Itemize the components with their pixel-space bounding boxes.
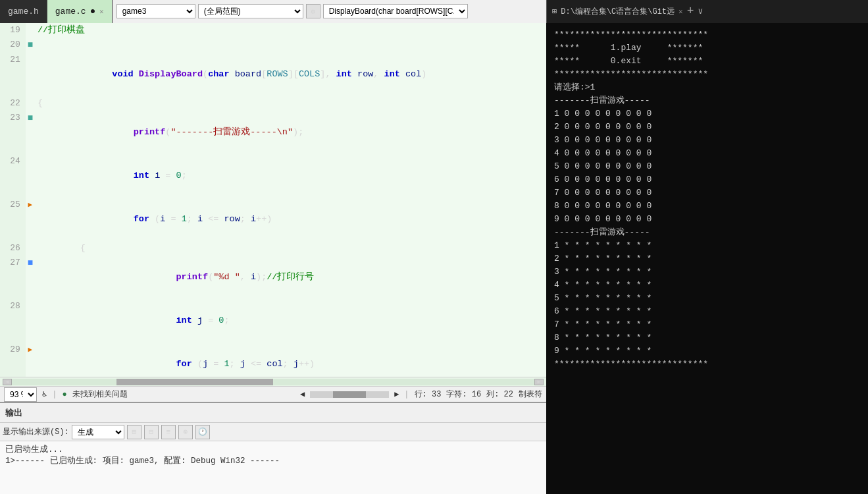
table-row: 22 {: [0, 96, 546, 111]
line-indicator: [26, 23, 35, 38]
table-row: 19 //打印棋盘: [0, 23, 546, 38]
content-wrapper: 19 //打印棋盘 20 ■ 21 vo: [0, 23, 868, 494]
line-indicator: ■: [26, 256, 35, 299]
output-line-1: 已启动生成...: [5, 444, 541, 455]
terminal-close-icon[interactable]: ✕: [678, 7, 683, 16]
status-sep: |: [52, 390, 57, 399]
line-num: 21: [0, 53, 26, 96]
line-indicator: [26, 299, 35, 343]
scroll-right-arrow[interactable]: ▶: [394, 389, 399, 399]
output-icon-btn1[interactable]: ⊞: [127, 425, 141, 439]
tab-game-c-label: game.c: [55, 7, 86, 16]
table-row: 23 ■ printf("-------扫雷游戏-----\n");: [0, 111, 546, 154]
table-row: 28 int j = 0;: [0, 299, 546, 343]
line-indicator: ▶: [26, 198, 35, 241]
scroll-area[interactable]: [12, 379, 534, 385]
scroll-left-btn[interactable]: ◀: [3, 379, 12, 385]
tab-bar: game.h game.c ● ✕ game3 (全局范围) ⚙ Display…: [0, 0, 868, 23]
no-issues-icon: ●: [62, 390, 66, 399]
table-row: 26 {: [0, 241, 546, 256]
line-code: for (i = 1; i <= row; i++): [35, 198, 546, 241]
line-num: 23: [0, 111, 26, 154]
table-row: 25 ▶ for (i = 1; i <= row; i++): [0, 198, 546, 241]
scope-select-left[interactable]: game3: [116, 4, 195, 18]
line-code: printf("%d ", i);//打印行号: [35, 256, 546, 299]
no-issues-text: 未找到相关问题: [72, 389, 128, 400]
char-info: 字符: 16: [446, 389, 481, 400]
line-num: 24: [0, 154, 26, 198]
table-row: 29 ▶ for (j = 1; j <= col; j++): [0, 343, 546, 377]
line-indicator: [26, 154, 35, 198]
tab-game-c-close[interactable]: ✕: [99, 7, 104, 16]
scroll-left-arrow[interactable]: ◀: [300, 389, 305, 399]
line-num: 19: [0, 23, 26, 38]
line-code: //打印棋盘: [35, 23, 546, 38]
line-code: [35, 38, 546, 53]
code-table: 19 //打印棋盘 20 ■ 21 vo: [0, 23, 546, 377]
output-icon-btn4[interactable]: ⊚: [178, 425, 193, 439]
line-indicator: [26, 96, 35, 111]
output-icon-btn3[interactable]: ≡: [161, 425, 176, 439]
line-num: 22: [0, 96, 26, 111]
editor-scrollbar[interactable]: ◀ ▶: [0, 377, 546, 386]
line-code: {: [35, 96, 546, 111]
line-num: 26: [0, 241, 26, 256]
terminal-chevron-icon[interactable]: ∨: [698, 6, 703, 16]
line-indicator: ■: [26, 38, 35, 53]
toolbar-icon-pin[interactable]: ⚙: [306, 4, 320, 18]
terminal-add-icon[interactable]: +: [687, 5, 694, 18]
table-row: 27 ■ printf("%d ", i);//打印行号: [0, 256, 546, 299]
output-icon-btn5[interactable]: 🕐: [195, 425, 210, 439]
tab-game-c-modified-icon: ●: [90, 6, 95, 16]
line-code: {: [35, 241, 546, 256]
line-indicator: ■: [26, 111, 35, 154]
scroll-handle[interactable]: [116, 379, 273, 385]
output-source-label: 显示输出来源(S):: [3, 426, 69, 437]
line-num: 25: [0, 198, 26, 241]
output-source-select[interactable]: 生成: [72, 425, 124, 439]
scope-select-right[interactable]: (全局范围): [198, 4, 303, 18]
output-panel: 输出 显示输出来源(S): 生成 ⊞ ⊟ ≡ ⊚ 🕐 已启动生成... 1>--…: [0, 402, 546, 494]
line-indicator: ▶: [26, 343, 35, 377]
output-content: 已启动生成... 1>------ 已启动生成: 项目: game3, 配置: …: [0, 441, 546, 494]
line-code: void DisplayBoard(char board[ROWS][COLS]…: [35, 53, 546, 96]
line-code: int j = 0;: [35, 299, 546, 343]
output-header: 输出: [0, 403, 546, 423]
table-row: 20 ■: [0, 38, 546, 53]
output-icon-btn2[interactable]: ⊟: [144, 425, 159, 439]
table-row: 24 int i = 0;: [0, 154, 546, 198]
tab-info: 制表符: [519, 389, 542, 400]
line-code: int i = 0;: [35, 154, 546, 198]
status-bar: 93 % ♿ | ● 未找到相关问题 ◀ ▶ | 行: 33 字符: 16 列:…: [0, 386, 546, 402]
left-panel: 19 //打印棋盘 20 ■ 21 vo: [0, 23, 546, 494]
output-line-2: 1>------ 已启动生成: 项目: game3, 配置: Debug Win…: [5, 455, 541, 466]
code-editor[interactable]: 19 //打印棋盘 20 ■ 21 vo: [0, 23, 546, 377]
line-info: 行: 33: [415, 389, 442, 400]
col-info: 列: 22: [486, 389, 513, 400]
scroll-right-btn[interactable]: ▶: [534, 379, 544, 385]
line-indicator: [26, 241, 35, 256]
terminal-content[interactable]: ****************************** ***** 1.p…: [546, 23, 868, 494]
line-num: 28: [0, 299, 26, 343]
tab-game-c[interactable]: game.c ● ✕: [47, 0, 113, 23]
status-scrollbar-handle[interactable]: [333, 391, 366, 398]
func-select[interactable]: DisplayBoard(char board[ROWS][C...: [323, 4, 468, 18]
output-title: 输出: [5, 407, 22, 419]
terminal-path-icon: ⊞: [552, 7, 557, 16]
status-sep3: |: [404, 390, 409, 399]
right-panel: ****************************** ***** 1.p…: [546, 23, 868, 494]
tab-game-h[interactable]: game.h: [0, 0, 47, 23]
terminal-tab-label: D:\编程合集\C语言合集\Git远: [561, 6, 675, 17]
table-row: 21 void DisplayBoard(char board[ROWS][CO…: [0, 53, 546, 96]
line-num: 29: [0, 343, 26, 377]
zoom-select[interactable]: 93 %: [4, 387, 37, 402]
line-code: for (j = 1; j <= col; j++): [35, 343, 546, 377]
output-toolbar: 显示输出来源(S): 生成 ⊞ ⊟ ≡ ⊚ 🕐: [0, 423, 546, 441]
line-num: 27: [0, 256, 26, 299]
line-indicator: [26, 53, 35, 96]
line-num: 20: [0, 38, 26, 53]
accessibility-icon[interactable]: ♿: [42, 389, 47, 399]
line-code: printf("-------扫雷游戏-----\n");: [35, 111, 546, 154]
tab-game-h-label: game.h: [8, 7, 39, 16]
